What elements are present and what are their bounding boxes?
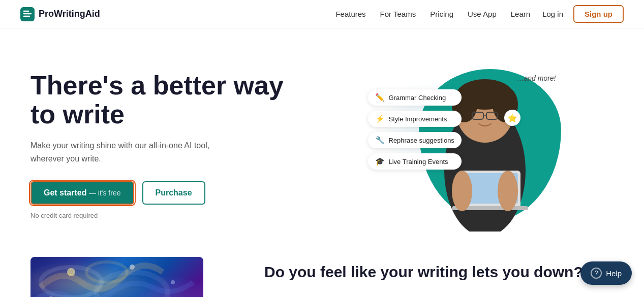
navbar: ProWritingAid Features For Teams Pricing…: [0, 0, 644, 28]
starry-night-image: [30, 257, 203, 297]
nav-links: Features For Teams Pricing Use App Learn: [329, 10, 536, 19]
help-label: Help: [606, 269, 622, 278]
hero-right: ⭐: [315, 49, 614, 242]
starry-night-bg: [30, 257, 203, 297]
and-more-label: ...and more!: [518, 74, 556, 82]
pill-rephrase-label: Rephrase suggestions: [389, 137, 454, 144]
pill-training: 🎓 Live Training Events: [368, 153, 462, 170]
hero-section: There's a better way to write Make your …: [0, 28, 644, 257]
hero-left: There's a better way to write Make your …: [30, 71, 295, 220]
training-icon: 🎓: [375, 157, 385, 166]
pill-grammar-label: Grammar Checking: [389, 94, 446, 102]
hero-buttons: Get started — it's free Purchase: [30, 181, 295, 205]
nav-learn[interactable]: Learn: [505, 7, 536, 21]
purchase-button[interactable]: Purchase: [142, 181, 205, 205]
pill-rephrase: 🔧 Rephrase suggestions: [368, 132, 462, 148]
help-icon: ?: [591, 268, 602, 279]
nav-use-app[interactable]: Use App: [462, 7, 503, 21]
star-badge: ⭐: [504, 110, 520, 126]
get-started-button[interactable]: Get started — it's free: [30, 181, 134, 205]
signup-button[interactable]: Sign up: [573, 5, 624, 23]
lower-text: Do you feel like your writing lets you d…: [264, 257, 614, 282]
logo-icon: [20, 7, 35, 21]
swirl-svg: [30, 257, 203, 297]
get-started-label: Get started: [44, 188, 86, 197]
pill-style-label: Style Improvements: [389, 115, 447, 123]
pill-style: ⚡ Style Improvements: [368, 111, 462, 127]
pill-training-label: Live Training Events: [389, 158, 448, 166]
nav-teams[interactable]: For Teams: [374, 7, 422, 21]
free-label: — it's free: [89, 189, 121, 197]
help-button[interactable]: ? Help: [580, 261, 632, 285]
hero-title: There's a better way to write: [30, 71, 295, 129]
login-button[interactable]: Log in: [536, 7, 569, 21]
pill-grammar: ✏️ Grammar Checking: [368, 89, 462, 106]
feature-pills: ✏️ Grammar Checking ⚡ Style Improvements…: [368, 89, 462, 170]
star-icon: ⭐: [507, 113, 517, 123]
svg-point-12: [452, 171, 472, 211]
svg-point-19: [171, 280, 175, 284]
style-icon: ⚡: [375, 114, 385, 123]
hero-subtitle: Make your writing shine with our all-in-…: [30, 139, 224, 165]
lower-section: Do you feel like your writing lets you d…: [0, 257, 644, 297]
lower-heading: Do you feel like your writing lets you d…: [264, 262, 614, 282]
rephrase-icon: 🔧: [375, 136, 385, 145]
lower-image-area: [30, 257, 234, 297]
no-credit-text: No credit card required: [30, 212, 295, 219]
nav-pricing[interactable]: Pricing: [424, 7, 459, 21]
hero-illustration: ⭐: [368, 59, 561, 232]
logo-text: ProWritingAid: [39, 9, 100, 19]
logo-link[interactable]: ProWritingAid: [20, 7, 100, 21]
svg-point-13: [498, 171, 518, 211]
nav-features[interactable]: Features: [329, 7, 372, 21]
grammar-icon: ✏️: [375, 93, 385, 102]
